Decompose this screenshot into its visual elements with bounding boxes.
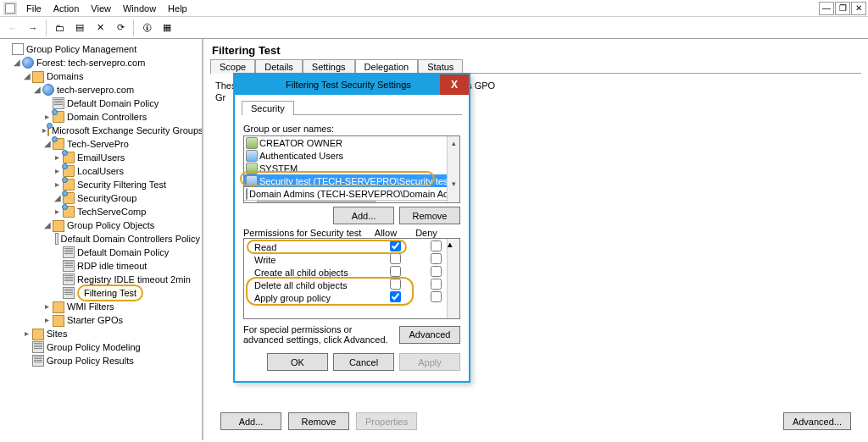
dialog-advanced-button[interactable]: Advanced	[399, 326, 460, 344]
tree-gpo-child[interactable]: Default Domain Policy	[77, 246, 169, 259]
perm-create-allow[interactable]	[390, 266, 401, 277]
ou-icon	[63, 165, 75, 177]
perm-read-allow[interactable]	[390, 240, 401, 251]
list-item[interactable]: CREATOR OWNER	[259, 138, 342, 148]
apply-button[interactable]: Apply	[399, 353, 460, 371]
results-icon	[32, 355, 44, 367]
dialog-add-button[interactable]: Add...	[333, 207, 394, 224]
perm-write-deny[interactable]	[431, 253, 442, 264]
tree-modeling[interactable]: Group Policy Modeling	[47, 340, 141, 354]
minimize-button[interactable]: —	[819, 2, 834, 15]
dialog-titlebar[interactable]: Filtering Test Security Settings X	[235, 75, 469, 95]
tree-sites[interactable]: Sites	[47, 327, 67, 340]
ok-button[interactable]: OK	[267, 353, 328, 371]
tab-security[interactable]: Security	[242, 101, 294, 115]
tab-settings[interactable]: Settings	[303, 59, 355, 74]
tab-delegation[interactable]: Delegation	[355, 59, 419, 74]
menu-file[interactable]: File	[20, 2, 47, 15]
list-item-selected[interactable]: Security test (TECH-SERVEPRO\Security te…	[259, 176, 453, 186]
perm-read-deny[interactable]	[431, 240, 442, 251]
list-hscroll[interactable]: ◂▸	[244, 200, 459, 203]
remove-button[interactable]: Remove	[288, 412, 349, 430]
tree-root[interactable]: Group Policy Management	[26, 42, 136, 56]
group-icon	[246, 175, 258, 187]
properties-button[interactable]: ▤	[70, 19, 89, 37]
perm-apply-allow[interactable]	[390, 291, 401, 302]
run-button[interactable]: ▦	[158, 19, 176, 37]
add-button[interactable]: Add...	[220, 412, 281, 430]
perm-delete-deny[interactable]	[431, 279, 442, 290]
perm-row-create: Create all child objects	[248, 266, 456, 279]
maximize-button[interactable]: ❐	[835, 2, 850, 15]
dialog-close-button[interactable]: X	[440, 75, 469, 95]
close-button[interactable]: ✕	[851, 2, 866, 15]
cancel-button[interactable]: Cancel	[333, 353, 394, 371]
nav-tree[interactable]: Group Policy Management ◢Forest: tech-se…	[0, 39, 203, 440]
dialog-title: Filtering Test Security Settings	[286, 80, 411, 90]
menu-help[interactable]: Help	[162, 2, 193, 15]
tree-gpo-filtering-test[interactable]: Filtering Test	[77, 285, 143, 301]
help-button[interactable]: 🛈	[137, 19, 156, 37]
ou-icon	[63, 152, 75, 163]
folder-icon	[32, 329, 44, 340]
tree-ou-item[interactable]: Default Domain Policy	[67, 97, 159, 110]
tree-ou-item[interactable]: Microsoft Exchange Security Groups	[52, 124, 203, 137]
tree-domain[interactable]: tech-servepro.com	[57, 83, 134, 97]
perm-write-allow[interactable]	[390, 253, 401, 264]
tree-techservepro[interactable]: Tech-ServePro	[67, 137, 129, 151]
tree-gpo-child[interactable]: RDP idle timeout	[77, 259, 147, 273]
back-button[interactable]: ←	[3, 19, 22, 37]
tree-tsp-child[interactable]: Security Filtering Test	[77, 178, 166, 191]
app-icon	[3, 2, 17, 15]
refresh-button[interactable]: ⟳	[111, 19, 130, 37]
menu-view[interactable]: View	[85, 2, 117, 15]
dialog-remove-button[interactable]: Remove	[399, 207, 460, 224]
forward-button[interactable]: →	[24, 19, 42, 37]
permissions-list[interactable]: Read Write Create all child objects Dele	[243, 238, 460, 319]
perm-allow-header: Allow	[365, 228, 406, 238]
gpo-icon	[63, 287, 75, 299]
group-listbox[interactable]: CREATOR OWNER Authenticated Users SYSTEM…	[243, 135, 460, 203]
tree-tsp-child[interactable]: EmailUsers	[77, 151, 125, 164]
gpo-icon	[63, 273, 75, 285]
tab-scope[interactable]: Scope	[210, 59, 255, 74]
ou-icon	[63, 192, 75, 204]
list-item[interactable]: Domain Admins (TECH-SERVEPRO\Domain Admi…	[249, 189, 460, 199]
menubar: File Action View Window Help — ❐ ✕	[0, 0, 868, 17]
folder-icon	[32, 71, 44, 83]
properties-button[interactable]: Properties	[356, 412, 417, 430]
tree-wmi[interactable]: WMI Filters	[67, 300, 114, 313]
export-button[interactable]: ✕	[91, 19, 109, 37]
perm-delete-allow[interactable]	[390, 279, 401, 290]
up-button[interactable]: 🗀	[50, 19, 69, 37]
menu-window[interactable]: Window	[117, 2, 162, 15]
tree-domains[interactable]: Domains	[47, 69, 83, 83]
list-scrollbar[interactable]: ▴▾	[447, 136, 459, 202]
page-title: Filtering Test	[207, 42, 865, 58]
tab-status[interactable]: Status	[418, 59, 463, 74]
folder-icon	[53, 301, 64, 313]
tree-results[interactable]: Group Policy Results	[47, 354, 134, 367]
tab-details[interactable]: Details	[255, 59, 303, 74]
tree-tsp-child[interactable]: LocalUsers	[77, 164, 124, 178]
gpm-icon	[12, 43, 24, 55]
list-item[interactable]: SYSTEM	[259, 163, 298, 174]
tree-ou-item[interactable]: Domain Controllers	[67, 110, 147, 124]
perm-row-read: Read	[248, 240, 456, 253]
dialog-tabstrip: Security	[242, 100, 462, 115]
perm-apply-deny[interactable]	[431, 291, 442, 302]
advanced-button[interactable]: Advanced...	[783, 412, 851, 430]
menu-action[interactable]: Action	[47, 2, 86, 15]
perm-create-deny[interactable]	[431, 266, 442, 277]
perm-scrollbar[interactable]: ▴	[447, 239, 459, 318]
tree-starter[interactable]: Starter GPOs	[67, 313, 123, 327]
advanced-text: For special permissions or advanced sett…	[243, 324, 392, 345]
list-item[interactable]: Authenticated Users	[259, 151, 343, 161]
tree-gpo-child[interactable]: Default Domain Controllers Policy	[61, 232, 200, 246]
forest-icon	[22, 57, 34, 69]
perm-header: Permissions for Security test	[243, 228, 365, 238]
tree-tsp-child[interactable]: SecurityGroup	[77, 191, 136, 205]
tree-forest[interactable]: Forest: tech-servepro.com	[36, 56, 145, 69]
tree-gpo[interactable]: Group Policy Objects	[67, 218, 154, 232]
tree-tsp-child[interactable]: TechServeComp	[77, 205, 146, 218]
